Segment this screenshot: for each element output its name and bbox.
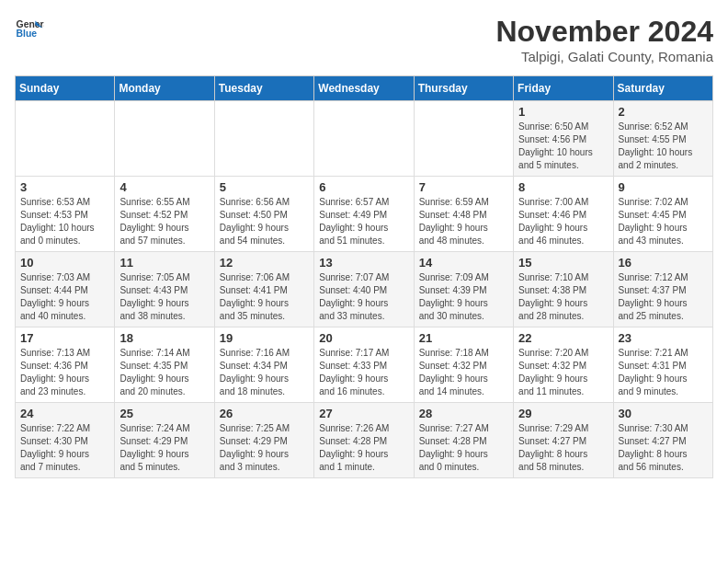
day-number: 20	[319, 331, 408, 345]
day-number: 24	[20, 407, 109, 420]
day-number: 2	[619, 105, 708, 119]
day-cell	[314, 101, 414, 177]
day-cell: 9Sunrise: 7:02 AM Sunset: 4:45 PM Daylig…	[613, 177, 712, 252]
day-number: 19	[220, 331, 309, 345]
day-info: Sunrise: 7:25 AM Sunset: 4:29 PM Dayligh…	[220, 422, 309, 474]
day-number: 23	[619, 331, 708, 345]
day-number: 29	[518, 407, 608, 420]
day-cell: 4Sunrise: 6:55 AM Sunset: 4:52 PM Daylig…	[115, 177, 214, 252]
week-row-5: 24Sunrise: 7:22 AM Sunset: 4:30 PM Dayli…	[16, 403, 713, 478]
day-cell	[115, 101, 214, 177]
day-info: Sunrise: 7:07 AM Sunset: 4:40 PM Dayligh…	[319, 271, 408, 323]
day-cell	[214, 101, 313, 177]
week-row-3: 10Sunrise: 7:03 AM Sunset: 4:44 PM Dayli…	[16, 252, 713, 327]
day-cell: 27Sunrise: 7:26 AM Sunset: 4:28 PM Dayli…	[314, 403, 414, 478]
day-cell: 22Sunrise: 7:20 AM Sunset: 4:32 PM Dayli…	[514, 327, 613, 403]
day-info: Sunrise: 6:50 AM Sunset: 4:56 PM Dayligh…	[518, 121, 608, 172]
day-info: Sunrise: 7:17 AM Sunset: 4:33 PM Dayligh…	[319, 347, 408, 398]
day-number: 16	[619, 256, 708, 270]
day-info: Sunrise: 7:21 AM Sunset: 4:31 PM Dayligh…	[619, 347, 708, 398]
weekday-header-wednesday: Wednesday	[314, 76, 414, 101]
day-info: Sunrise: 7:20 AM Sunset: 4:32 PM Dayligh…	[518, 347, 608, 398]
day-info: Sunrise: 7:14 AM Sunset: 4:35 PM Dayligh…	[119, 347, 209, 398]
day-info: Sunrise: 7:13 AM Sunset: 4:36 PM Dayligh…	[20, 347, 109, 398]
day-cell: 5Sunrise: 6:56 AM Sunset: 4:50 PM Daylig…	[214, 177, 313, 252]
day-cell: 8Sunrise: 7:00 AM Sunset: 4:46 PM Daylig…	[514, 177, 613, 252]
day-number: 11	[119, 256, 209, 270]
day-cell: 17Sunrise: 7:13 AM Sunset: 4:36 PM Dayli…	[16, 327, 115, 403]
week-row-4: 17Sunrise: 7:13 AM Sunset: 4:36 PM Dayli…	[16, 327, 713, 403]
day-number: 6	[319, 180, 408, 194]
day-cell: 1Sunrise: 6:50 AM Sunset: 4:56 PM Daylig…	[514, 101, 613, 177]
day-cell: 28Sunrise: 7:27 AM Sunset: 4:28 PM Dayli…	[414, 403, 513, 478]
calendar-title: November 2024	[495, 15, 713, 49]
day-number: 14	[419, 256, 508, 270]
day-number: 3	[20, 180, 109, 194]
day-number: 26	[220, 407, 309, 420]
day-number: 4	[119, 180, 209, 194]
day-info: Sunrise: 7:10 AM Sunset: 4:38 PM Dayligh…	[518, 271, 608, 323]
day-number: 21	[419, 331, 508, 345]
day-info: Sunrise: 6:53 AM Sunset: 4:53 PM Dayligh…	[20, 196, 109, 247]
day-cell: 26Sunrise: 7:25 AM Sunset: 4:29 PM Dayli…	[214, 403, 313, 478]
day-number: 1	[518, 105, 608, 119]
day-cell: 7Sunrise: 6:59 AM Sunset: 4:48 PM Daylig…	[414, 177, 513, 252]
day-cell: 6Sunrise: 6:57 AM Sunset: 4:49 PM Daylig…	[314, 177, 414, 252]
day-info: Sunrise: 7:22 AM Sunset: 4:30 PM Dayligh…	[20, 422, 109, 474]
day-cell: 3Sunrise: 6:53 AM Sunset: 4:53 PM Daylig…	[16, 177, 115, 252]
day-cell: 12Sunrise: 7:06 AM Sunset: 4:41 PM Dayli…	[214, 252, 313, 327]
day-info: Sunrise: 7:29 AM Sunset: 4:27 PM Dayligh…	[518, 422, 608, 474]
logo: General Blue	[15, 15, 44, 44]
day-info: Sunrise: 6:56 AM Sunset: 4:50 PM Dayligh…	[220, 196, 309, 247]
day-number: 13	[319, 256, 408, 270]
header: General Blue November 2024 Talpigi, Gala…	[15, 15, 713, 64]
day-number: 8	[518, 180, 608, 194]
day-cell: 11Sunrise: 7:05 AM Sunset: 4:43 PM Dayli…	[115, 252, 214, 327]
day-cell: 2Sunrise: 6:52 AM Sunset: 4:55 PM Daylig…	[613, 101, 712, 177]
day-info: Sunrise: 7:27 AM Sunset: 4:28 PM Dayligh…	[419, 422, 508, 474]
day-info: Sunrise: 7:03 AM Sunset: 4:44 PM Dayligh…	[20, 271, 109, 323]
day-info: Sunrise: 7:09 AM Sunset: 4:39 PM Dayligh…	[419, 271, 508, 323]
day-number: 25	[119, 407, 209, 420]
day-number: 30	[619, 407, 708, 420]
title-area: November 2024 Talpigi, Galati County, Ro…	[495, 15, 713, 64]
day-cell: 10Sunrise: 7:03 AM Sunset: 4:44 PM Dayli…	[16, 252, 115, 327]
week-row-2: 3Sunrise: 6:53 AM Sunset: 4:53 PM Daylig…	[16, 177, 713, 252]
day-cell: 15Sunrise: 7:10 AM Sunset: 4:38 PM Dayli…	[514, 252, 613, 327]
day-cell	[16, 101, 115, 177]
day-info: Sunrise: 7:00 AM Sunset: 4:46 PM Dayligh…	[518, 196, 608, 247]
day-number: 7	[419, 180, 508, 194]
day-info: Sunrise: 7:18 AM Sunset: 4:32 PM Dayligh…	[419, 347, 508, 398]
weekday-header-tuesday: Tuesday	[214, 76, 313, 101]
weekday-header-friday: Friday	[514, 76, 613, 101]
day-number: 18	[119, 331, 209, 345]
day-cell: 23Sunrise: 7:21 AM Sunset: 4:31 PM Dayli…	[613, 327, 712, 403]
day-cell: 16Sunrise: 7:12 AM Sunset: 4:37 PM Dayli…	[613, 252, 712, 327]
day-cell: 14Sunrise: 7:09 AM Sunset: 4:39 PM Dayli…	[414, 252, 513, 327]
day-info: Sunrise: 6:57 AM Sunset: 4:49 PM Dayligh…	[319, 196, 408, 247]
day-info: Sunrise: 7:24 AM Sunset: 4:29 PM Dayligh…	[119, 422, 209, 474]
day-info: Sunrise: 6:59 AM Sunset: 4:48 PM Dayligh…	[419, 196, 508, 247]
day-info: Sunrise: 7:02 AM Sunset: 4:45 PM Dayligh…	[619, 196, 708, 247]
logo-icon: General Blue	[15, 15, 44, 44]
day-info: Sunrise: 7:12 AM Sunset: 4:37 PM Dayligh…	[619, 271, 708, 323]
day-cell: 30Sunrise: 7:30 AM Sunset: 4:27 PM Dayli…	[613, 403, 712, 478]
weekday-header-saturday: Saturday	[613, 76, 712, 101]
day-number: 12	[220, 256, 309, 270]
weekday-header-monday: Monday	[115, 76, 214, 101]
weekday-header-row: SundayMondayTuesdayWednesdayThursdayFrid…	[16, 76, 713, 101]
day-cell: 21Sunrise: 7:18 AM Sunset: 4:32 PM Dayli…	[414, 327, 513, 403]
day-info: Sunrise: 6:55 AM Sunset: 4:52 PM Dayligh…	[119, 196, 209, 247]
day-number: 22	[518, 331, 608, 345]
day-number: 15	[518, 256, 608, 270]
calendar-subtitle: Talpigi, Galati County, Romania	[495, 49, 713, 64]
day-cell: 13Sunrise: 7:07 AM Sunset: 4:40 PM Dayli…	[314, 252, 414, 327]
day-cell: 19Sunrise: 7:16 AM Sunset: 4:34 PM Dayli…	[214, 327, 313, 403]
day-cell: 20Sunrise: 7:17 AM Sunset: 4:33 PM Dayli…	[314, 327, 414, 403]
day-number: 9	[619, 180, 708, 194]
day-number: 10	[20, 256, 109, 270]
day-cell: 18Sunrise: 7:14 AM Sunset: 4:35 PM Dayli…	[115, 327, 214, 403]
weekday-header-sunday: Sunday	[16, 76, 115, 101]
day-info: Sunrise: 7:05 AM Sunset: 4:43 PM Dayligh…	[119, 271, 209, 323]
day-info: Sunrise: 7:06 AM Sunset: 4:41 PM Dayligh…	[220, 271, 309, 323]
